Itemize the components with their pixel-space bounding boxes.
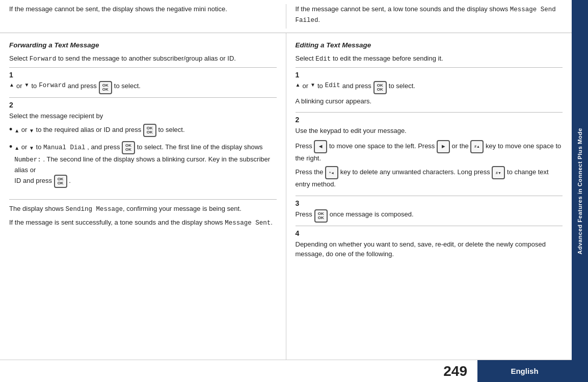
arrow-down-icon-2 xyxy=(29,128,34,133)
left-intro: Select Forward to send the message to an… xyxy=(9,53,277,64)
main-content: If the message cannot be sent, the displ… xyxy=(0,0,572,382)
right-step1: 1 or to Edit and press OKOK to select. A… xyxy=(296,67,563,113)
right-step4-content: Depending on whether you want to send, s… xyxy=(296,239,563,265)
bottom-bar: 249 English xyxy=(0,360,572,382)
ok-button-icon: OKOK xyxy=(99,81,112,94)
right-step3-content: Press OKOK once message is composed. xyxy=(296,209,563,226)
hash-up-icon: #▲ xyxy=(470,140,484,153)
display-text-2: If the message is sent successfully, a t… xyxy=(9,217,277,228)
right-column: Editing a Text Message Select Edit to ed… xyxy=(286,33,572,360)
two-col: Forwarding a Text Message Select Forward… xyxy=(0,33,572,360)
ok-button-icon-r3: OKOK xyxy=(314,209,328,223)
ok-button-icon-4: OKOK xyxy=(54,175,67,188)
right-step2-para2: Press the *◄ key to delete any unwanted … xyxy=(296,166,563,189)
right-step3: 3 Press OKOK once message is composed. xyxy=(296,196,563,226)
bullet-list: • or to the required alias or ID and pre… xyxy=(9,124,277,188)
ok-button-icon-2: OKOK xyxy=(143,124,156,137)
arrow-right-icon: ▶ xyxy=(437,140,450,153)
top-right-text: If the message cannot be sent, a low ton… xyxy=(296,4,563,25)
left-step1-content: or to Forward and press OKOK to select. xyxy=(9,81,277,97)
right-step3-line: Press OKOK once message is composed. xyxy=(296,209,563,223)
bullet-text-2: or to Manual Dial , and press OKOK to se… xyxy=(14,141,276,188)
arrow-down-icon-r1 xyxy=(310,81,315,89)
arrow-up-icon xyxy=(9,81,14,89)
left-step2-content: Select the message recipient by • or to … xyxy=(9,111,277,196)
right-intro: Select Edit to edit the message before s… xyxy=(296,53,563,64)
ok-button-icon-r1: OKOK xyxy=(373,81,387,94)
arrow-left-icon: ◀ xyxy=(314,140,327,153)
arrow-up-icon-r1 xyxy=(296,81,301,89)
side-tab: Advanced Features in Connect Plus Mode xyxy=(572,0,588,382)
right-step2: 2 Use the keypad to edit your message. P… xyxy=(296,112,563,196)
top-left: If the message cannot be sent, the displ… xyxy=(9,4,286,29)
hash-down-icon: #▼ xyxy=(492,166,505,179)
top-section: If the message cannot be sent, the displ… xyxy=(0,0,572,33)
left-step1: 1 or to Forward and press OKOK to select… xyxy=(9,67,277,97)
arrow-up-icon-3 xyxy=(14,145,19,151)
divider-1 xyxy=(9,199,277,200)
right-step4: 4 Depending on whether you want to send,… xyxy=(296,226,563,265)
language-badge: English xyxy=(477,360,572,382)
left-section-title: Forwarding a Text Message xyxy=(9,40,277,50)
arrow-up-icon-2 xyxy=(14,128,19,133)
arrow-down-icon-3 xyxy=(29,145,34,151)
bullet-item-1: • or to the required alias or ID and pre… xyxy=(9,124,277,137)
page-number: 249 xyxy=(0,360,477,382)
side-tab-text: Advanced Features in Connect Plus Mode xyxy=(577,128,583,254)
bullet-dot-1: • xyxy=(9,125,12,134)
right-step2-para1: Press ◀ to move one space to the left. P… xyxy=(296,140,563,163)
display-text-1: The display shows Sending Message, confi… xyxy=(9,204,277,214)
right-step1-line: or to Edit and press OKOK to select. xyxy=(296,81,563,94)
left-step1-line: or to Forward and press OKOK to select. xyxy=(9,81,277,94)
right-step2-content: Use the keypad to edit your message. Pre… xyxy=(296,126,563,196)
right-section-title: Editing a Text Message xyxy=(296,40,563,50)
top-right: If the message cannot be sent, a low ton… xyxy=(286,4,563,29)
bullet-item-2: • or to Manual Dial , and press OKOK to … xyxy=(9,141,277,188)
bullet-dot-2: • xyxy=(9,142,12,151)
bullet-text-1: or to the required alias or ID and press… xyxy=(14,124,276,137)
left-step2: 2 Select the message recipient by • or t… xyxy=(9,97,277,196)
left-column: Forwarding a Text Message Select Forward… xyxy=(0,33,286,360)
top-left-text: If the message cannot be sent, the displ… xyxy=(9,4,277,14)
arrow-down-icon xyxy=(24,81,29,89)
ok-button-icon-3: OKOK xyxy=(122,141,135,154)
star-back-icon: *◄ xyxy=(325,166,338,179)
right-step1-content: or to Edit and press OKOK to select. A b… xyxy=(296,81,563,113)
